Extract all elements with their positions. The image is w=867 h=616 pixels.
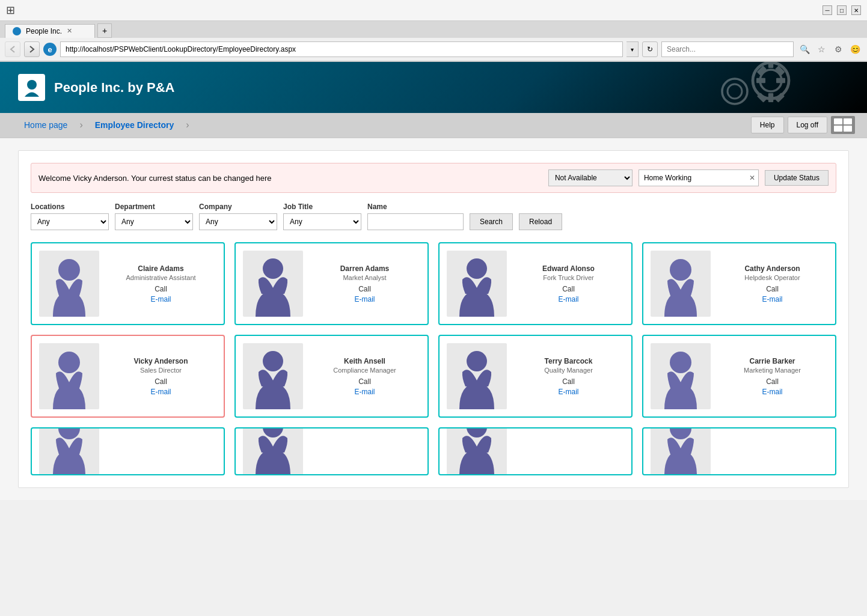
employee-call-link[interactable]: Call xyxy=(105,285,216,293)
svg-point-19 xyxy=(58,259,80,281)
address-input[interactable] xyxy=(60,41,623,57)
avatar xyxy=(651,343,711,409)
employee-email-link[interactable]: E-mail xyxy=(762,295,782,303)
logoff-button[interactable]: Log off xyxy=(788,117,827,133)
welcome-text: Welcome Vicky Anderson. Your currest sta… xyxy=(38,174,542,183)
avatar xyxy=(243,427,303,475)
nav-directory[interactable]: Employee Directory xyxy=(83,113,186,137)
employee-email-link[interactable]: E-mail xyxy=(762,388,782,396)
nav-home[interactable]: Home page xyxy=(12,113,79,137)
settings-icon[interactable]: ⚙ xyxy=(831,42,845,56)
maximize-button[interactable]: □ xyxy=(837,5,847,15)
search-icon[interactable]: 🔍 xyxy=(797,42,812,56)
refresh-button[interactable]: ↻ xyxy=(642,41,658,57)
search-button[interactable]: Search xyxy=(470,213,513,230)
employee-job-title: Helpdesk Operator xyxy=(717,274,828,281)
employee-job-title: Compliance Manager xyxy=(309,367,420,374)
name-label: Name xyxy=(367,203,464,211)
employee-email-link[interactable]: E-mail xyxy=(150,388,171,396)
svg-point-27 xyxy=(58,427,80,439)
avatar xyxy=(447,251,507,317)
app-header: People Inc. by P&A xyxy=(0,62,867,113)
minimize-button[interactable]: ─ xyxy=(823,5,832,15)
employee-job-title: Fork Truck Driver xyxy=(513,274,624,281)
locations-select[interactable]: Any xyxy=(31,213,109,230)
help-button[interactable]: Help xyxy=(751,117,784,133)
employee-call-link[interactable]: Call xyxy=(513,285,624,293)
avatar xyxy=(651,251,711,317)
address-bar: e ▾ ↻ 🔍 ☆ ⚙ 😊 xyxy=(0,38,867,61)
svg-point-24 xyxy=(263,351,283,371)
main-content: Welcome Vicky Anderson. Your currest sta… xyxy=(0,138,867,500)
employee-job-title: Market Analyst xyxy=(309,274,420,281)
avatar xyxy=(39,343,99,409)
employee-email-link[interactable]: E-mail xyxy=(558,388,578,396)
emoji-icon[interactable]: 😊 xyxy=(848,42,862,56)
browser-tab[interactable]: People Inc. ✕ xyxy=(5,24,95,38)
svg-rect-5 xyxy=(768,62,773,68)
svg-point-0 xyxy=(14,28,20,34)
employee-info: Cathy Anderson Helpdesk Operator Call E-… xyxy=(717,264,828,303)
reload-button[interactable]: Reload xyxy=(519,213,562,230)
company-select[interactable]: Any xyxy=(199,213,277,230)
close-button[interactable]: ✕ xyxy=(851,5,861,15)
jobtitle-select[interactable]: Any xyxy=(283,213,361,230)
employee-call-link[interactable]: Call xyxy=(309,377,420,386)
employee-name: Terry Barcock xyxy=(513,357,624,365)
svg-point-21 xyxy=(467,258,487,279)
svg-point-25 xyxy=(467,351,487,371)
employee-call-link[interactable]: Call xyxy=(717,285,828,293)
avatar xyxy=(39,427,99,475)
app-title: People Inc. by P&A xyxy=(54,80,175,96)
svg-rect-16 xyxy=(844,118,852,124)
employee-email-link[interactable]: E-mail xyxy=(354,388,375,396)
browser-search-input[interactable] xyxy=(661,41,794,57)
locations-label: Locations xyxy=(31,203,109,211)
employee-call-link[interactable]: Call xyxy=(717,377,828,386)
tab-favicon xyxy=(13,27,21,35)
name-input[interactable] xyxy=(367,213,464,230)
employee-card: Claire Adams Administrative Assistant Ca… xyxy=(31,242,225,325)
employee-call-link[interactable]: Call xyxy=(105,377,216,386)
status-dropdown[interactable]: Not Available Available Busy Away xyxy=(548,169,633,186)
employee-card xyxy=(31,427,225,475)
company-label: Company xyxy=(199,203,277,211)
svg-rect-7 xyxy=(756,78,765,83)
svg-point-26 xyxy=(670,352,691,373)
svg-point-14 xyxy=(728,84,742,99)
tab-close-icon[interactable]: ✕ xyxy=(67,27,72,35)
employee-card: Cathy Anderson Helpdesk Operator Call E-… xyxy=(642,242,836,325)
avatar xyxy=(447,343,507,409)
employee-name: Claire Adams xyxy=(105,264,216,273)
location-input[interactable] xyxy=(639,169,759,186)
employee-info: Carrie Barker Marketing Manager Call E-m… xyxy=(717,357,828,396)
browser-icons: 🔍 ☆ ⚙ 😊 xyxy=(797,42,862,56)
employee-call-link[interactable]: Call xyxy=(309,285,420,293)
nav-bar: Home page › Employee Directory › Help Lo… xyxy=(0,113,867,138)
employee-email-link[interactable]: E-mail xyxy=(558,295,578,303)
svg-rect-18 xyxy=(844,126,852,132)
employee-name: Cathy Anderson xyxy=(717,264,828,273)
department-select[interactable]: Any xyxy=(115,213,193,230)
filter-name: Name xyxy=(367,203,464,230)
nav-links: Home page › Employee Directory › xyxy=(12,113,189,137)
employee-info: Vicky Anderson Sales Director Call E-mai… xyxy=(105,357,216,396)
new-tab-button[interactable]: + xyxy=(97,23,112,38)
employee-card: Terry Barcock Quality Manager Call E-mai… xyxy=(438,335,633,418)
employee-email-link[interactable]: E-mail xyxy=(150,295,171,303)
employee-email-link[interactable]: E-mail xyxy=(354,295,375,303)
back-button[interactable] xyxy=(5,41,20,57)
employee-call-link[interactable]: Call xyxy=(513,377,624,386)
employee-info: Keith Ansell Compliance Manager Call E-m… xyxy=(309,357,420,396)
tab-title: People Inc. xyxy=(26,27,62,35)
forward-button[interactable] xyxy=(24,41,40,57)
favorites-icon[interactable]: ☆ xyxy=(814,42,829,56)
employee-card xyxy=(438,427,633,475)
employee-name: Darren Adams xyxy=(309,264,420,273)
update-status-button[interactable]: Update Status xyxy=(765,170,829,186)
gear-decoration xyxy=(699,62,807,113)
svg-point-28 xyxy=(263,427,283,438)
status-clear-icon[interactable]: ✕ xyxy=(749,174,755,182)
address-dropdown[interactable]: ▾ xyxy=(627,41,639,57)
department-label: Department xyxy=(115,203,193,211)
